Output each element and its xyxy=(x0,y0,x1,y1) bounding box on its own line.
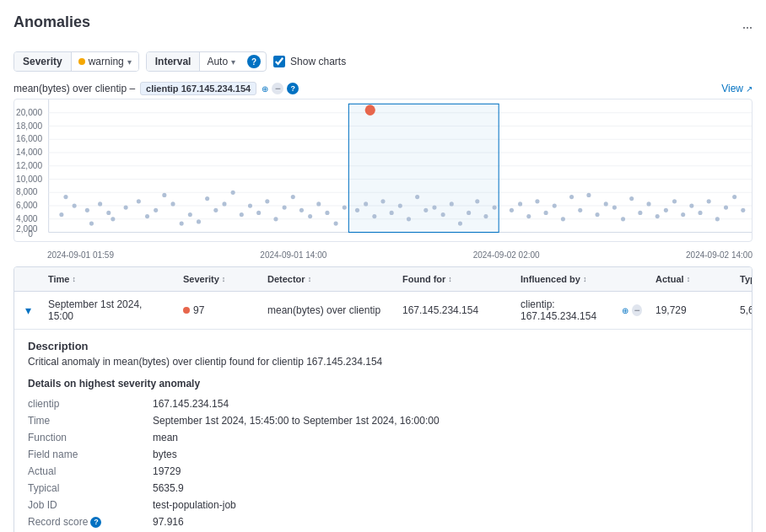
th-actual[interactable]: Actual ↕ xyxy=(649,267,733,291)
influenced-add-icon[interactable]: ⊕ xyxy=(622,306,628,315)
svg-text:6,000: 6,000 xyxy=(16,201,38,210)
svg-point-62 xyxy=(398,203,402,207)
highest-severity-title: Details on highest severity anomaly xyxy=(28,378,738,390)
chevron-down-icon: ▾ xyxy=(231,57,235,67)
th-time[interactable]: Time ↕ xyxy=(41,267,176,291)
svg-point-32 xyxy=(137,199,141,203)
anomalies-table: Time ↕ Severity ↕ Detector ↕ Found for ↕… xyxy=(13,266,753,532)
svg-point-66 xyxy=(432,205,436,209)
th-found-for[interactable]: Found for ↕ xyxy=(396,267,514,291)
th-detector[interactable]: Detector ↕ xyxy=(261,267,396,291)
field-key-typical: Typical xyxy=(28,481,146,496)
svg-point-30 xyxy=(106,211,111,215)
td-actual: 19,729 xyxy=(649,298,733,323)
field-val-typical: 5635.9 xyxy=(153,481,738,496)
influenced-remove-icon[interactable]: − xyxy=(632,304,642,316)
expand-row-button[interactable]: ▾ xyxy=(14,297,41,324)
svg-point-34 xyxy=(154,208,158,212)
svg-point-73 xyxy=(493,205,497,209)
description-title: Description xyxy=(28,340,738,352)
chart-container: 20,000 18,000 16,000 14,000 12,000 10,00… xyxy=(13,99,753,242)
svg-point-95 xyxy=(681,212,685,217)
svg-point-77 xyxy=(526,214,531,218)
svg-point-36 xyxy=(170,202,175,206)
svg-point-83 xyxy=(578,208,582,212)
chart-time-labels: 2024-09-01 01:59 2024-09-01 14:00 2024-0… xyxy=(13,249,753,266)
svg-point-63 xyxy=(407,217,411,221)
table-row: ▾ September 1st 2024, 15:00 97 mean(byte… xyxy=(14,292,752,330)
field-val-time: September 1st 2024, 15:45:00 to Septembe… xyxy=(153,413,738,428)
show-charts-checkbox-label[interactable]: Show charts xyxy=(273,56,346,67)
view-link[interactable]: View ↗ xyxy=(721,83,753,94)
svg-point-100 xyxy=(724,205,728,209)
chart-add-icon[interactable]: ⊕ xyxy=(262,84,268,94)
warning-dot xyxy=(78,58,85,65)
field-val-actual: 19729 xyxy=(153,464,738,479)
svg-point-49 xyxy=(283,205,287,209)
svg-point-96 xyxy=(689,203,693,207)
svg-point-29 xyxy=(89,221,94,225)
th-expand xyxy=(14,267,41,291)
show-charts-checkbox[interactable] xyxy=(273,56,285,67)
detail-panel: Description Critical anomaly in mean(byt… xyxy=(14,330,752,532)
svg-point-41 xyxy=(213,208,218,212)
chart-badge: clientip 167.145.234.154 xyxy=(140,82,256,95)
svg-point-47 xyxy=(265,199,269,203)
interval-filter[interactable]: Interval Auto ▾ ? xyxy=(146,51,267,72)
svg-point-75 xyxy=(510,208,514,212)
svg-point-31 xyxy=(124,205,128,209)
svg-text:18,000: 18,000 xyxy=(16,121,42,131)
chart-info-icon[interactable]: ? xyxy=(287,83,299,94)
field-key-field-name: Field name xyxy=(28,447,146,462)
more-options-icon[interactable]: ⋯ xyxy=(742,22,753,34)
field-key-record-score: Record score ? xyxy=(28,514,146,529)
sort-icon: ↕ xyxy=(222,275,226,283)
field-key-job-id: Job ID xyxy=(28,497,146,513)
svg-point-87 xyxy=(612,205,617,209)
svg-point-39 xyxy=(197,219,201,223)
svg-point-35 xyxy=(162,193,166,197)
chart-remove-icon[interactable]: − xyxy=(272,83,283,94)
svg-point-80 xyxy=(553,203,557,207)
field-key-time: Time xyxy=(28,413,146,428)
svg-point-97 xyxy=(698,211,702,215)
svg-point-37 xyxy=(180,221,184,225)
severity-dropdown[interactable]: warning ▾ xyxy=(72,52,138,71)
chart-header: mean(bytes) over clientip – clientip 167… xyxy=(13,82,753,95)
record-score-info-icon[interactable]: ? xyxy=(90,517,101,528)
svg-point-50 xyxy=(291,195,295,199)
svg-point-43 xyxy=(231,191,235,195)
interval-info-icon[interactable]: ? xyxy=(247,55,261,68)
svg-text:0: 0 xyxy=(28,229,33,239)
svg-text:14,000: 14,000 xyxy=(16,148,42,157)
svg-point-25 xyxy=(85,208,89,212)
svg-point-40 xyxy=(205,196,209,201)
sort-icon: ↕ xyxy=(308,275,312,283)
td-time: September 1st 2024, 15:00 xyxy=(41,292,176,329)
svg-point-27 xyxy=(111,217,115,221)
th-severity[interactable]: Severity ↕ xyxy=(176,267,261,291)
svg-point-44 xyxy=(240,212,244,217)
svg-point-84 xyxy=(586,193,591,197)
field-key-actual: Actual xyxy=(28,464,146,479)
svg-point-46 xyxy=(256,211,261,215)
svg-point-67 xyxy=(441,212,445,217)
interval-dropdown[interactable]: Auto ▾ xyxy=(200,52,242,71)
svg-point-58 xyxy=(364,202,368,206)
field-val-field-name: bytes xyxy=(153,447,738,462)
th-influenced-by[interactable]: Influenced by ↕ xyxy=(514,267,649,291)
chevron-down-icon: ▾ xyxy=(127,57,132,67)
svg-point-89 xyxy=(629,196,634,201)
td-influenced-by: clientip: 167.145.234.154 ⊕ − xyxy=(514,292,649,329)
svg-point-102 xyxy=(741,208,745,212)
svg-point-24 xyxy=(73,203,77,207)
field-key-function: Function xyxy=(28,430,146,445)
th-typical[interactable]: Typical ↕ xyxy=(733,267,753,291)
svg-point-71 xyxy=(475,199,479,203)
svg-point-91 xyxy=(647,202,651,206)
time-label-4: 2024-09-02 14:00 xyxy=(686,250,753,260)
severity-filter[interactable]: Severity warning ▾ xyxy=(13,51,139,72)
svg-point-26 xyxy=(98,202,102,206)
td-found-for: 167.145.234.154 xyxy=(396,298,514,323)
svg-point-38 xyxy=(188,212,192,217)
